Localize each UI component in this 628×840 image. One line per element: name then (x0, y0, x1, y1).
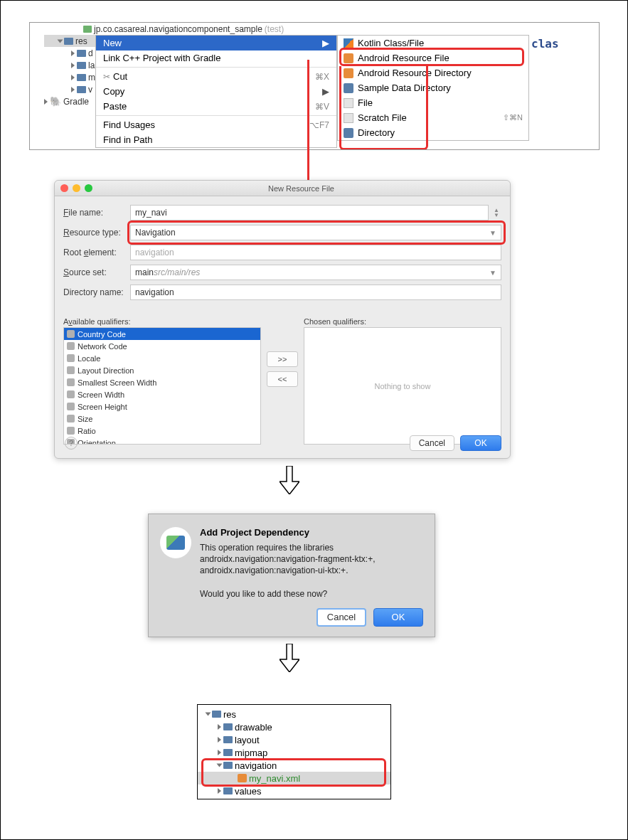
history-buttons[interactable]: ▲▼ (491, 208, 501, 218)
help-button[interactable]: ? (65, 437, 78, 450)
tree-nav-file[interactable]: my_navi.xml (198, 772, 390, 785)
add-dependency-dialog: Add Project Dependency This operation re… (148, 514, 435, 637)
input-value: my_navi (135, 208, 167, 218)
qualifier-icon (67, 403, 75, 410)
android-studio-icon (160, 527, 191, 558)
cancel-button[interactable]: Cancel (316, 608, 366, 627)
dropdown-main: main (135, 267, 154, 277)
tree-test-pkg[interactable]: jp.co.casareal.navigationcomponent_sampl… (44, 23, 353, 35)
ctx-find-usages[interactable]: Find Usages⌥F7 (96, 117, 336, 132)
qualifier-icon (67, 427, 75, 435)
expand-icon (218, 788, 221, 794)
input-value: navigation (135, 248, 174, 257)
file-name-input[interactable]: my_navi (130, 205, 489, 220)
tree-folder[interactable]: mipmap (198, 746, 390, 759)
zoom-button[interactable] (85, 184, 92, 192)
file-label: my_navi.xml (249, 773, 300, 784)
qualifier-icon (67, 415, 75, 422)
qualifier-icon (67, 330, 75, 338)
chevron-down-icon: ▼ (489, 269, 496, 277)
expand-icon (217, 764, 223, 767)
sub-sample-data[interactable]: Sample Data Directory (338, 80, 528, 95)
scissors-icon: ✂ (103, 72, 110, 82)
cancel-button[interactable]: Cancel (410, 435, 454, 451)
qualifier-item[interactable]: Layout Direction (64, 364, 260, 376)
ok-button[interactable]: OK (460, 435, 501, 451)
root-element-label: Root element: (63, 248, 130, 257)
sub-resource-dir[interactable]: Android Resource Directory (338, 65, 528, 80)
expand-icon (71, 50, 75, 56)
menu-label: Directory (358, 127, 395, 138)
menu-label: Find in Path (103, 134, 152, 145)
qualifier-item[interactable]: Orientation (64, 437, 260, 445)
folder-icon (223, 723, 233, 730)
ctx-link-cpp[interactable]: Link C++ Project with Gradle (96, 50, 336, 65)
qualifier-label: Country Code (78, 330, 126, 339)
qualifier-item[interactable]: Screen Width (64, 388, 260, 400)
folder-icon (64, 38, 73, 45)
folder-icon (223, 736, 233, 743)
folder-icon (344, 128, 353, 138)
root-element-input[interactable]: navigation (130, 245, 501, 260)
sub-scratch[interactable]: Scratch File⇧⌘N (338, 110, 528, 125)
tree-folder[interactable]: values (198, 785, 390, 797)
qualifier-icon (67, 342, 75, 350)
ctx-new[interactable]: New▶ (96, 36, 336, 50)
qualifier-item[interactable]: Size (64, 413, 260, 425)
available-label: Available qualifiers: (63, 317, 261, 326)
menu-label: Link C++ Project with Gradle (103, 53, 220, 63)
directory-name-input[interactable]: navigation (130, 285, 501, 300)
chevron-down-icon: ▼ (489, 229, 496, 237)
qualifier-item[interactable]: Country Code (64, 328, 260, 340)
tree-folder[interactable]: drawable (198, 721, 390, 733)
folder-label: drawable (235, 722, 272, 733)
qualifier-icon (67, 390, 75, 398)
dialog-message: This operation requires the libraries an… (200, 542, 423, 600)
submenu-arrow-icon: ▶ (322, 86, 329, 97)
folder-icon (77, 50, 86, 57)
remove-qualifier-button[interactable]: << (267, 371, 298, 387)
dropdown-path: src/main/res (154, 267, 200, 277)
qualifier-item[interactable]: Locale (64, 352, 260, 364)
folder-label: d (88, 48, 93, 58)
sub-directory[interactable]: Directory (338, 125, 528, 140)
sub-resource-file[interactable]: Android Resource File (338, 50, 528, 65)
resource-type-dropdown[interactable]: Navigation▼ (130, 225, 501, 240)
qualifier-item[interactable]: Smallest Screen Width (64, 376, 260, 388)
expand-icon (218, 724, 221, 730)
tree-folder[interactable]: layout (198, 733, 390, 746)
folder-icon (77, 74, 86, 81)
ok-button[interactable]: OK (373, 608, 423, 627)
menu-label: Android Resource Directory (358, 68, 472, 78)
sub-file[interactable]: File (338, 95, 528, 110)
menu-label: Scratch File (358, 112, 407, 123)
tree-folder[interactable]: navigation (198, 759, 390, 772)
qualifier-label: Locale (78, 354, 100, 363)
qualifier-item[interactable]: Ratio (64, 425, 260, 437)
close-button[interactable] (60, 184, 68, 192)
ctx-cut[interactable]: ✂Cut⌘X (96, 69, 336, 84)
qualifier-label: Smallest Screen Width (78, 378, 156, 387)
add-qualifier-button[interactable]: >> (267, 351, 298, 367)
menu-label: Sample Data Directory (358, 83, 451, 93)
minimize-button[interactable] (73, 184, 80, 192)
available-qualifiers-list[interactable]: Country CodeNetwork CodeLocaleLayout Dir… (63, 327, 261, 445)
source-set-dropdown[interactable]: main src/main/res▼ (130, 265, 501, 280)
sub-kotlin[interactable]: Kotlin Class/File (338, 36, 528, 50)
tree-res[interactable]: res (198, 708, 390, 721)
menu-divider (96, 67, 336, 68)
qualifier-item[interactable]: Screen Height (64, 400, 260, 413)
folder-label: navigation (235, 760, 277, 771)
qualifier-move-buttons: >> << (267, 351, 298, 445)
menu-label: Find Usages (103, 119, 155, 130)
shortcut: ⌥F7 (309, 120, 329, 130)
ctx-paste[interactable]: Paste⌘V (96, 99, 336, 114)
chosen-qualifiers-list[interactable]: Nothing to show (304, 327, 501, 445)
source-set-label: Source set: (63, 267, 130, 277)
submenu-arrow-icon: ▶ (322, 38, 329, 48)
qualifier-item[interactable]: Network Code (64, 340, 260, 352)
ctx-copy[interactable]: Copy▶ (96, 84, 336, 99)
ctx-find-in-path[interactable]: Find in Path (96, 132, 336, 147)
context-menu-panel: jp.co.casareal.navigationcomponent_sampl… (29, 22, 600, 150)
menu-label: File (358, 97, 373, 108)
